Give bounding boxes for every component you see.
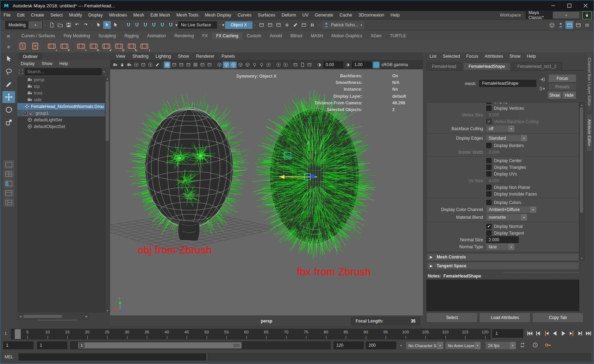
viewport-menu-renderer[interactable]: Renderer [193, 54, 218, 59]
anim-layer-dropdown[interactable]: No Anim Layer ▼ [445, 342, 481, 349]
tool-settings-button[interactable] [574, 21, 582, 29]
save-scene-button[interactable] [65, 21, 73, 29]
normal-size-field[interactable]: 2.000 [486, 236, 519, 243]
lighting-button[interactable] [251, 62, 258, 68]
channel-box-button[interactable] [583, 21, 591, 29]
outliner-vertical-scrollbar[interactable]: ▲ ▼ [105, 76, 110, 313]
open-render-view-button[interactable] [258, 21, 265, 29]
menu-cache[interactable]: Cache [336, 13, 355, 18]
gamma-icon[interactable] [344, 62, 351, 68]
expand-icon[interactable]: + [23, 111, 27, 115]
render-sequence-button[interactable] [300, 21, 308, 29]
ae-tab-femalehead-ncl1-2[interactable]: FemaleHead_ncl1_2 [512, 62, 562, 70]
show-button[interactable]: Show [548, 91, 562, 99]
range-slider-track[interactable]: 1 120 [70, 341, 331, 349]
display-tangent-checkbox[interactable] [486, 230, 492, 236]
select-tool-button[interactable] [2, 53, 15, 65]
chevron-down-icon[interactable]: ▾ [222, 23, 224, 27]
menu-windows[interactable]: Windows [106, 13, 130, 18]
ae-menu-selected[interactable]: Selected [439, 54, 463, 59]
paint-select-tool-button[interactable] [2, 78, 15, 90]
gate-mask-button[interactable] [185, 62, 192, 68]
scrollbar-thumb[interactable] [106, 81, 109, 141]
outliner-item-top[interactable]: top [17, 83, 105, 90]
paint-effects-button[interactable] [292, 21, 299, 29]
outliner-item-defaultobjectset[interactable]: defaultObjectSet [17, 123, 105, 130]
animation-start-field[interactable]: 1 [3, 341, 33, 349]
geocache-replace-icon[interactable]: ↻ [126, 41, 137, 51]
outliner-item-persp[interactable]: persp [17, 76, 105, 83]
gamma-field[interactable]: 1.00 [352, 62, 372, 68]
resolution-gate-button[interactable] [178, 62, 185, 68]
snap-projected-center-button[interactable] [150, 21, 158, 29]
lasso-tool-button[interactable] [2, 66, 15, 78]
scroll-down-icon[interactable]: ▼ [105, 308, 110, 313]
menu-set-selector[interactable]: Modeling▼ [5, 21, 43, 29]
move-tool-button[interactable] [2, 91, 15, 103]
layout-split-left-button[interactable] [4, 179, 14, 188]
ae-tab-femaleheadshape[interactable]: FemaleHeadShape [463, 62, 511, 70]
play-backwards-button[interactable] [551, 330, 559, 337]
safe-title-button[interactable] [206, 62, 213, 68]
attribute-editor-scrollbar[interactable]: ▲ ▼ [579, 102, 584, 261]
layout-split-top-button[interactable] [4, 189, 14, 197]
wireframe-on-shaded-button[interactable] [244, 62, 251, 68]
select-component-button[interactable] [112, 21, 119, 29]
display-normal-checkbox[interactable]: ✔ [486, 224, 492, 229]
notes-textarea[interactable] [426, 280, 579, 311]
viewport-menu-panels[interactable]: Panels [218, 54, 238, 59]
ae-menu-help[interactable]: Help [524, 54, 539, 59]
safe-action-button[interactable] [199, 62, 206, 68]
menu-mesh-tools[interactable]: Mesh Tools [173, 13, 202, 18]
scroll-up-icon[interactable]: ▲ [105, 76, 110, 81]
new-scene-button[interactable] [48, 21, 56, 29]
workspace-selector[interactable]: Maya Classic* ▼ [526, 11, 580, 19]
snap-point-button[interactable] [142, 21, 149, 29]
sequence-button[interactable] [306, 62, 313, 68]
viewport-menu-lighting[interactable]: Lighting [152, 54, 175, 59]
ae-menu-list[interactable]: List [426, 54, 439, 59]
section-separator-icon[interactable]: › [43, 21, 47, 28]
menu-select[interactable]: Select [47, 13, 66, 18]
step-forward-key-button[interactable] [568, 330, 576, 337]
display-triangles-checkbox[interactable] [486, 165, 492, 170]
grease-pencil-button[interactable] [154, 62, 161, 68]
step-back-frame-button[interactable] [534, 330, 542, 337]
presets-button[interactable]: Presets [548, 83, 576, 90]
scroll-right-icon[interactable]: ▶ [85, 314, 89, 319]
shelf-tab-poly-modeling[interactable]: Poly Modeling [59, 32, 94, 39]
viewport-menu-show[interactable]: Show [175, 54, 193, 59]
color-management-toggle[interactable]: ON [373, 62, 380, 68]
ncache-create-icon[interactable]: 1 [17, 41, 28, 51]
outliner-tab[interactable]: Outliner [19, 53, 42, 60]
select-hierarchy-button[interactable] [95, 21, 102, 29]
chevron-down-icon[interactable]: ▼ [398, 343, 404, 348]
ipr-render-button[interactable] [275, 21, 282, 29]
select-object-button[interactable] [103, 21, 111, 29]
chevron-down-icon[interactable]: ▼ [103, 71, 105, 73]
snap-curve-button[interactable] [133, 21, 141, 29]
command-language-switch[interactable]: MEL [5, 355, 13, 359]
make-object-live-button[interactable] [167, 21, 175, 29]
copy-tab-button[interactable]: Copy Tab [532, 313, 583, 323]
section-separator-icon[interactable]: › [253, 21, 257, 28]
ae-tab-femalehead[interactable]: FemaleHead [426, 62, 462, 70]
shaded-button[interactable] [223, 62, 230, 68]
playback-end-field[interactable]: 120 [333, 341, 364, 349]
viewport-menu-shading[interactable]: Shading [129, 54, 152, 59]
menu-surfaces[interactable]: Surfaces [255, 13, 278, 18]
menu-help[interactable]: Help [387, 13, 403, 18]
shelf-tab-bifrost[interactable]: Bifrost [286, 32, 307, 39]
character-set-dropdown[interactable]: No Character Set ▼ [406, 342, 443, 349]
playback-start-field[interactable]: 1 [37, 341, 67, 349]
exposure-icon[interactable] [316, 62, 323, 68]
shelf-tab-fx[interactable]: FX [198, 32, 212, 39]
scrollbar-thumb[interactable] [580, 107, 583, 213]
output-connection-icon[interactable] [538, 85, 546, 91]
select-button[interactable]: Select [426, 313, 477, 323]
geocache-delete-icon[interactable]: ✕ [88, 41, 99, 51]
step-back-key-button[interactable] [543, 330, 550, 337]
occlusion-button[interactable] [265, 62, 272, 68]
scroll-up-icon[interactable]: ▲ [580, 103, 584, 107]
live-surface-field[interactable]: No Live Surface [178, 21, 217, 28]
